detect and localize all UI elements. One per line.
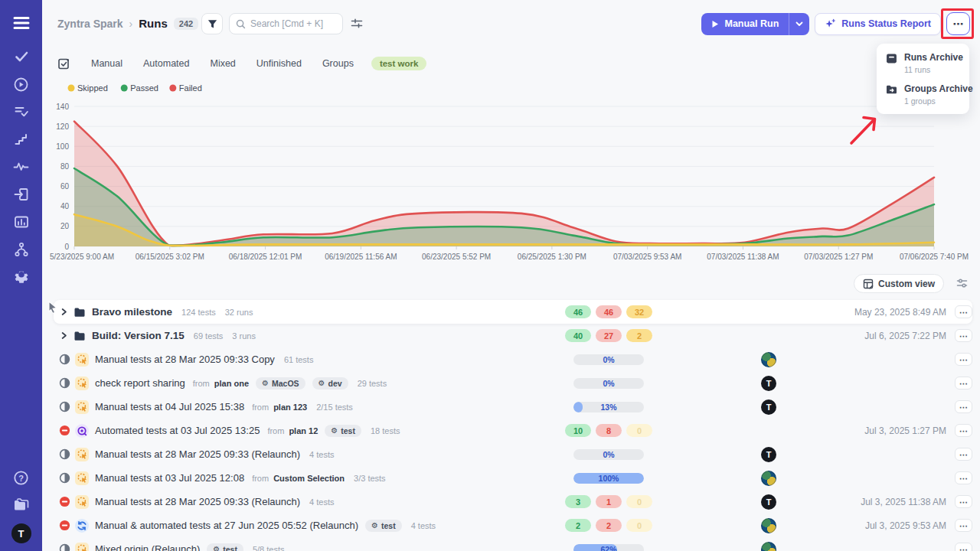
run-name[interactable]: check report sharing bbox=[95, 377, 185, 389]
results-cell: 464632 bbox=[562, 305, 655, 318]
menu-toggle-icon[interactable] bbox=[6, 9, 37, 37]
header-actions: Manual Run Runs Status Report ⋯ bbox=[701, 12, 970, 35]
run-name[interactable]: Manual tests at 28 Mar 2025 09:33 (Relau… bbox=[95, 496, 300, 507]
run-row[interactable]: Manual tests at 04 Jul 2025 15:38frompla… bbox=[54, 395, 972, 419]
more-actions-button[interactable]: ⋯ bbox=[946, 12, 970, 35]
active-filter-pill[interactable]: test work bbox=[371, 57, 427, 70]
tab-manual[interactable]: Manual bbox=[91, 58, 122, 69]
skipped-count-badge: 32 bbox=[626, 305, 652, 318]
sidebar-item-pulse-icon[interactable] bbox=[6, 153, 37, 181]
sidebar-item-results-icon[interactable] bbox=[6, 98, 37, 126]
chevron-right-icon[interactable] bbox=[59, 307, 69, 317]
assignee-cell: T bbox=[755, 376, 782, 391]
y-axis-tick-label: 0 bbox=[64, 243, 69, 251]
sidebar-item-milestones-icon[interactable] bbox=[6, 126, 37, 153]
plan-link[interactable]: plan 123 bbox=[273, 403, 307, 412]
group-row[interactable]: Bravo milestone124 tests32 runs464632May… bbox=[54, 300, 972, 324]
from-label: from bbox=[252, 474, 269, 483]
run-row[interactable]: Mixed origin (Relaunch)⚙test5/8 tests62%… bbox=[54, 537, 972, 551]
manual-run-icon bbox=[75, 377, 89, 390]
progress-bar: 62% bbox=[573, 544, 644, 551]
filter-button[interactable] bbox=[201, 13, 223, 34]
sidebar-item-branches-icon[interactable] bbox=[6, 236, 37, 263]
runs-status-report-button[interactable]: Runs Status Report bbox=[815, 13, 941, 35]
row-menu-button[interactable]: ⋯ bbox=[955, 377, 972, 390]
breadcrumb-project[interactable]: Zyntra Spark bbox=[57, 18, 123, 30]
sidebar-item-import-icon[interactable] bbox=[6, 181, 37, 208]
gear-icon: ⚙ bbox=[318, 380, 325, 387]
tab-mixed[interactable]: Mixed bbox=[210, 58, 235, 69]
menu-item-runs-archive[interactable]: Runs Archive 11 runs bbox=[886, 52, 960, 74]
run-row[interactable]: check report sharingfromplan one⚙MacOS⚙d… bbox=[54, 371, 972, 395]
sidebar-item-settings-icon[interactable] bbox=[6, 263, 37, 291]
run-name[interactable]: Automated tests at 03 Jul 2025 13:25 bbox=[95, 425, 260, 436]
manual-run-button[interactable]: Manual Run bbox=[701, 13, 809, 35]
row-menu-button[interactable]: ⋯ bbox=[955, 519, 972, 532]
tests-count: 4 tests bbox=[411, 521, 436, 530]
columns-settings-icon[interactable] bbox=[956, 278, 968, 292]
row-menu-button[interactable]: ⋯ bbox=[955, 495, 972, 508]
in-progress-status-icon bbox=[59, 377, 70, 389]
tab-groups[interactable]: Groups bbox=[322, 58, 354, 69]
run-row[interactable]: Manual tests at 28 Mar 2025 09:33 Copy61… bbox=[54, 347, 972, 371]
search-box[interactable] bbox=[229, 13, 343, 34]
tab-automated[interactable]: Automated bbox=[143, 58, 189, 69]
legend-swatch bbox=[169, 85, 176, 92]
user-avatar[interactable]: T bbox=[11, 523, 31, 543]
plan-link[interactable]: plan 12 bbox=[289, 426, 318, 435]
x-axis-tick-label: 06/23/2025 5:52 PM bbox=[422, 253, 491, 261]
run-name[interactable]: Build: Version 7.15 bbox=[92, 330, 185, 341]
manual-run-dropdown-toggle[interactable] bbox=[789, 13, 809, 35]
gear-icon: ⚙ bbox=[213, 546, 220, 551]
run-row[interactable]: Manual tests at 28 Mar 2025 09:33 (Relau… bbox=[54, 442, 972, 466]
run-date: Jul 6, 2025 7:22 PM bbox=[782, 331, 946, 341]
run-name[interactable]: Manual tests at 28 Mar 2025 09:33 Copy bbox=[95, 354, 275, 365]
tab-unfinished[interactable]: Unfinished bbox=[256, 58, 302, 69]
help-icon[interactable]: ? bbox=[6, 464, 37, 491]
row-menu-button[interactable]: ⋯ bbox=[955, 329, 972, 342]
row-menu-button[interactable]: ⋯ bbox=[955, 400, 972, 413]
run-name[interactable]: Manual tests at 28 Mar 2025 09:33 (Relau… bbox=[95, 448, 300, 460]
row-menu-button[interactable]: ⋯ bbox=[955, 471, 972, 484]
run-name[interactable]: Manual tests at 03 Jul 2025 12:08 bbox=[95, 472, 244, 484]
run-name[interactable]: Bravo milestone bbox=[92, 306, 172, 318]
run-name-cell: Manual & automated tests at 27 Jun 2025 … bbox=[54, 519, 562, 533]
runs-count: 32 runs bbox=[225, 308, 253, 317]
chevron-right-icon[interactable] bbox=[59, 331, 69, 341]
view-settings-icon[interactable] bbox=[351, 18, 363, 32]
manual-run-icon bbox=[75, 495, 89, 509]
run-name[interactable]: Mixed origin (Relaunch) bbox=[95, 543, 200, 551]
row-menu-button[interactable]: ⋯ bbox=[955, 448, 972, 461]
run-row[interactable]: Manual & automated tests at 27 Jun 2025 … bbox=[54, 514, 972, 537]
sidebar-item-runs-icon[interactable] bbox=[6, 70, 37, 98]
gear-icon: ⚙ bbox=[331, 427, 338, 435]
results-cell: 310 bbox=[562, 495, 655, 508]
run-name-cell: Manual tests at 28 Mar 2025 09:33 (Relau… bbox=[54, 495, 562, 509]
run-row[interactable]: Manual tests at 28 Mar 2025 09:33 (Relau… bbox=[54, 490, 972, 514]
run-name[interactable]: Manual & automated tests at 27 Jun 2025 … bbox=[95, 520, 358, 531]
run-name[interactable]: Manual tests at 04 Jul 2025 15:38 bbox=[95, 401, 244, 412]
projects-folder-icon[interactable] bbox=[6, 491, 37, 519]
run-row[interactable]: Manual tests at 03 Jul 2025 12:08fromCus… bbox=[54, 466, 972, 490]
sidebar-item-tests-icon[interactable] bbox=[6, 43, 37, 70]
row-menu-button[interactable]: ⋯ bbox=[955, 543, 972, 551]
row-menu-button[interactable]: ⋯ bbox=[955, 353, 972, 366]
legend-label: Skipped bbox=[77, 83, 108, 93]
manual-run-icon bbox=[75, 471, 89, 485]
menu-item-groups-archive[interactable]: Groups Archive 1 groups bbox=[886, 83, 960, 106]
select-runs-icon[interactable] bbox=[57, 57, 70, 70]
skipped-count-badge: 2 bbox=[626, 329, 652, 342]
results-cell: 100% bbox=[562, 473, 655, 484]
plan-link[interactable]: plan one bbox=[214, 379, 249, 388]
group-row[interactable]: Build: Version 7.1569 tests3 runs40272Ju… bbox=[54, 324, 972, 347]
row-menu-button[interactable]: ⋯ bbox=[955, 424, 972, 437]
search-input[interactable] bbox=[250, 18, 336, 29]
custom-view-button[interactable]: Custom view bbox=[854, 274, 944, 293]
row-menu-cell: ⋯ bbox=[946, 329, 972, 342]
sidebar-item-analytics-icon[interactable] bbox=[6, 208, 37, 236]
run-row[interactable]: Automated tests at 03 Jul 2025 13:25from… bbox=[54, 419, 972, 442]
row-menu-button[interactable]: ⋯ bbox=[955, 305, 972, 318]
results-cell: 13% bbox=[562, 402, 655, 412]
row-menu-cell: ⋯ bbox=[946, 377, 972, 390]
plan-link[interactable]: Custom Selection bbox=[273, 474, 345, 483]
